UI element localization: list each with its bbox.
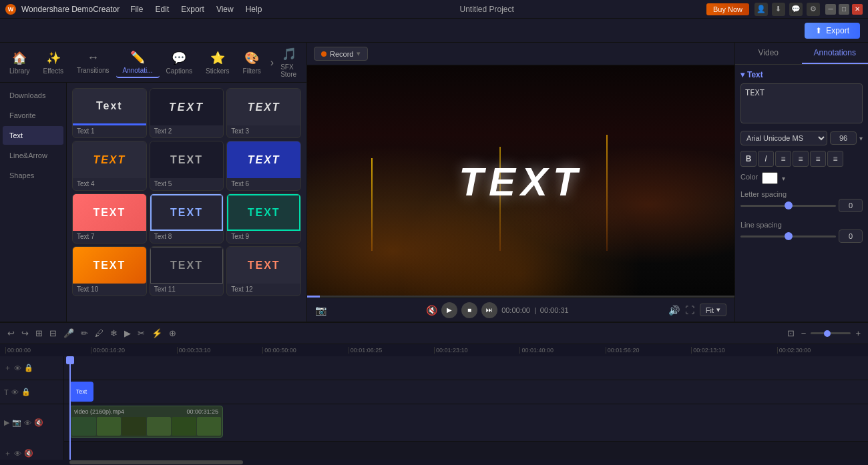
speed-icon[interactable]: ⚡: [150, 326, 164, 340]
split-icon[interactable]: ⊞: [33, 326, 45, 340]
fullscreen-icon[interactable]: ⛶: [685, 305, 694, 316]
redo-icon[interactable]: ↪: [19, 326, 31, 340]
align-center-button[interactable]: ≡: [793, 151, 809, 167]
track-icon-mute-bottom[interactable]: 🔇: [24, 449, 33, 458]
track-icon-eye-video[interactable]: 👁: [24, 419, 31, 427]
bold-button[interactable]: B: [740, 151, 756, 167]
align-right-button[interactable]: ≡: [810, 151, 826, 167]
right-tab-video[interactable]: Video: [735, 43, 802, 64]
tab-transitions[interactable]: ↔ Transitions: [70, 48, 116, 77]
zoom-in-icon[interactable]: +: [853, 326, 863, 340]
text-card-11[interactable]: TEXT Text 11: [150, 246, 224, 296]
mic-icon[interactable]: 🎤: [61, 326, 76, 340]
font-size-input[interactable]: [830, 131, 857, 145]
track-icon-eye-bottom[interactable]: 👁: [14, 450, 21, 458]
text-card-4[interactable]: TEXT Text 4: [72, 141, 147, 191]
track-icon-add[interactable]: ＋: [4, 363, 11, 373]
volume-icon[interactable]: 🔊: [668, 305, 680, 316]
cut-icon[interactable]: ✂: [136, 326, 147, 340]
user-icon[interactable]: 👤: [754, 3, 768, 16]
collapse-icon[interactable]: ▾: [740, 70, 744, 79]
sidebar-item-shapes[interactable]: Shapes: [3, 166, 63, 185]
buy-now-button[interactable]: Buy Now: [706, 3, 749, 15]
track-icon-cam[interactable]: 📷: [12, 418, 21, 427]
add-icon[interactable]: ⊕: [167, 326, 178, 340]
italic-button[interactable]: I: [758, 151, 774, 167]
tab-annotations[interactable]: ✏️ Annotati...: [116, 47, 160, 78]
motion-icon[interactable]: ▶: [122, 326, 133, 340]
line-spacing-value[interactable]: [839, 229, 863, 243]
align-left-button[interactable]: ≡: [775, 151, 791, 167]
tab-stickers[interactable]: ⭐ Stickers: [199, 48, 236, 77]
justify-button[interactable]: ≡: [827, 151, 843, 167]
zoom-out-icon[interactable]: −: [799, 326, 809, 340]
right-tab-annotations[interactable]: Annotations: [802, 43, 869, 64]
sidebar-item-linearrow[interactable]: Line&Arrow: [3, 146, 63, 165]
zoom-slider[interactable]: [811, 332, 851, 334]
playhead[interactable]: [69, 356, 71, 460]
text-clip[interactable]: Text: [69, 382, 93, 402]
text-card-2[interactable]: TEXT Text 2: [150, 88, 224, 138]
track-icon-lock[interactable]: 🔒: [24, 364, 33, 372]
text-card-7[interactable]: TEXT Text 7: [72, 193, 147, 244]
tab-captions[interactable]: 💬 Captions: [160, 48, 199, 77]
download-icon[interactable]: ⬇: [772, 3, 785, 16]
minimize-button[interactable]: ─: [825, 4, 836, 15]
tab-filters[interactable]: 🎨 Filters: [236, 48, 268, 77]
export-button[interactable]: ⬆ Export: [805, 23, 860, 39]
settings-icon[interactable]: ⚙: [807, 3, 820, 16]
sidebar-item-downloads[interactable]: Downloads: [3, 86, 63, 105]
sidebar-item-text[interactable]: Text: [3, 126, 63, 145]
text-card-12[interactable]: TEXT Text 12: [226, 246, 301, 296]
track-icon-mute-text[interactable]: 🔒: [21, 388, 31, 396]
menu-help[interactable]: Help: [240, 3, 268, 15]
stop-button[interactable]: ■: [461, 302, 477, 318]
letter-spacing-slider[interactable]: [740, 205, 836, 207]
notification-icon[interactable]: 💬: [789, 3, 803, 16]
menu-edit[interactable]: Edit: [150, 3, 175, 15]
timeline-scrollbar[interactable]: [0, 460, 868, 465]
track-icon-mute-video[interactable]: 🔇: [34, 418, 43, 427]
text-card-6[interactable]: TEXT Text 6: [226, 141, 301, 191]
tab-effects[interactable]: ✨ Effects: [37, 48, 70, 77]
text-card-9[interactable]: TEXT Text 9: [226, 193, 301, 244]
close-button[interactable]: ✕: [852, 4, 863, 15]
tab-library[interactable]: 🏠 Library: [3, 48, 37, 77]
zoom-fit-icon[interactable]: ⊡: [785, 326, 797, 340]
text-card-3[interactable]: TEXT Text 3: [226, 88, 301, 138]
tab-sfx[interactable]: 🎵 SFX Store: [274, 44, 304, 81]
track-icon-add-bottom[interactable]: ＋: [4, 448, 11, 458]
fit-dropdown[interactable]: Fit ▾: [700, 304, 726, 316]
menu-file[interactable]: File: [125, 3, 148, 15]
video-clip[interactable]: video (2160p).mp4 00:00:31:25: [69, 406, 223, 438]
draw-icon[interactable]: 🖊: [93, 326, 105, 340]
text-input[interactable]: TEXT: [740, 83, 863, 123]
menu-export[interactable]: Export: [176, 3, 210, 15]
delete-icon[interactable]: ⊟: [47, 326, 59, 340]
size-dropdown-icon[interactable]: ▾: [859, 135, 863, 142]
track-icon-play[interactable]: ▶: [4, 418, 9, 427]
letter-spacing-value[interactable]: [839, 199, 863, 212]
color-dropdown-icon[interactable]: ▾: [782, 175, 785, 182]
text-card-8[interactable]: TEXT Text 8: [150, 193, 224, 244]
pen-icon[interactable]: ✏: [79, 326, 90, 340]
text-card-5[interactable]: TEXT Text 5: [150, 141, 224, 191]
text-card-10[interactable]: TEXT Text 10: [72, 246, 147, 296]
sidebar-item-favorite[interactable]: Favorite: [3, 106, 63, 125]
line-spacing-slider[interactable]: [740, 236, 836, 238]
track-icon-eye[interactable]: 👁: [14, 364, 21, 372]
maximize-button[interactable]: □: [839, 4, 849, 15]
menu-view[interactable]: View: [211, 3, 239, 15]
undo-icon[interactable]: ↩: [5, 326, 17, 340]
record-button[interactable]: Record ▾: [314, 47, 368, 61]
scrollbar-thumb[interactable]: [69, 460, 243, 464]
video-progress-bar[interactable]: [307, 296, 734, 298]
color-swatch[interactable]: [762, 172, 778, 184]
track-icon-lock-text[interactable]: 👁: [11, 388, 19, 396]
freeze-icon[interactable]: ❄: [108, 326, 120, 340]
font-family-select[interactable]: Arial Unicode MS: [740, 131, 827, 145]
text-card-1[interactable]: Text Text 1: [72, 88, 147, 138]
play-button[interactable]: ▶: [441, 302, 457, 318]
mute-icon[interactable]: 🔇: [426, 305, 437, 316]
screenshot-icon[interactable]: 📷: [315, 305, 327, 316]
